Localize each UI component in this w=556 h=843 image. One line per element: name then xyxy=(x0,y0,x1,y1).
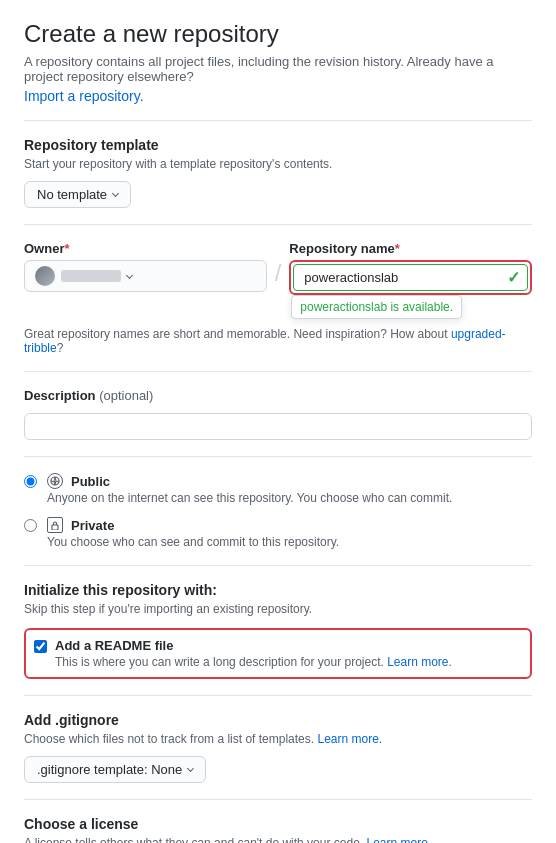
private-radio[interactable] xyxy=(24,519,37,532)
slash-separator: / xyxy=(275,259,282,287)
chevron-down-icon xyxy=(112,190,119,197)
lock-icon xyxy=(47,517,63,533)
public-option: Public Anyone on the internet can see th… xyxy=(24,473,532,505)
public-radio[interactable] xyxy=(24,475,37,488)
private-option: Private You choose who can see and commi… xyxy=(24,517,532,549)
private-desc: You choose who can see and commit to thi… xyxy=(47,535,339,549)
initialize-section: Initialize this repository with: Skip th… xyxy=(24,582,532,679)
initialize-desc: Skip this step if you're importing an ex… xyxy=(24,602,532,616)
page-subtitle: A repository contains all project files,… xyxy=(24,54,532,84)
license-section: Choose a license A license tells others … xyxy=(24,816,532,843)
description-input[interactable] xyxy=(24,413,532,440)
license-learn-more-link[interactable]: Learn more. xyxy=(367,836,432,843)
gitignore-learn-more-link[interactable]: Learn more. xyxy=(317,732,382,746)
globe-icon xyxy=(47,473,63,489)
template-dropdown[interactable]: No template xyxy=(24,181,131,208)
import-link[interactable]: Import a repository. xyxy=(24,88,144,104)
template-section: Repository template Start your repositor… xyxy=(24,137,532,208)
readme-learn-more-link[interactable]: Learn more. xyxy=(387,655,452,669)
repo-name-label: Repository name* xyxy=(289,241,532,256)
readme-desc: This is where you can write a long descr… xyxy=(55,655,452,669)
repo-name-field-group: Repository name* ✓ poweractionslab is av… xyxy=(289,241,532,295)
template-desc: Start your repository with a template re… xyxy=(24,157,532,171)
owner-repo-row: Owner* / Repository name* ✓ poweractions… xyxy=(24,241,532,295)
gitignore-dropdown[interactable]: .gitignore template: None xyxy=(24,756,206,783)
repo-name-required: * xyxy=(395,241,400,256)
template-dropdown-label: No template xyxy=(37,187,107,202)
license-title: Choose a license xyxy=(24,816,532,832)
license-desc: A license tells others what they can and… xyxy=(24,836,532,843)
gitignore-title: Add .gitignore xyxy=(24,712,532,728)
owner-dropdown[interactable] xyxy=(24,260,267,292)
readme-checkbox[interactable] xyxy=(34,640,47,653)
initialize-title: Initialize this repository with: xyxy=(24,582,532,598)
availability-badge: poweractionslab is available. xyxy=(291,295,462,319)
gitignore-chevron-icon xyxy=(187,765,194,772)
description-optional: (optional) xyxy=(99,388,153,403)
owner-field-group: Owner* xyxy=(24,241,267,292)
owner-label: Owner* xyxy=(24,241,267,256)
public-desc: Anyone on the internet can see this repo… xyxy=(47,491,452,505)
repo-name-input-container: ✓ xyxy=(293,264,528,291)
description-section: Description (optional) xyxy=(24,388,532,440)
checkmark-icon: ✓ xyxy=(507,268,520,287)
visibility-section: Public Anyone on the internet can see th… xyxy=(24,473,532,549)
readme-checkbox-item: Add a README file This is where you can … xyxy=(24,628,532,679)
owner-chevron-icon xyxy=(126,271,133,278)
private-label: Private xyxy=(71,518,114,533)
owner-required-star: * xyxy=(64,241,69,256)
gitignore-dropdown-label: .gitignore template: None xyxy=(37,762,182,777)
page-title: Create a new repository xyxy=(24,20,532,48)
repo-name-wrapper: ✓ poweractionslab is available. xyxy=(289,260,532,295)
great-names-text: Great repository names are short and mem… xyxy=(24,327,532,355)
gitignore-desc: Choose which files not to track from a l… xyxy=(24,732,532,746)
template-title: Repository template xyxy=(24,137,532,153)
repo-name-input[interactable] xyxy=(293,264,528,291)
owner-name-blurred xyxy=(61,270,121,282)
avatar xyxy=(35,266,55,286)
svg-rect-1 xyxy=(52,525,58,530)
description-label: Description (optional) xyxy=(24,388,532,403)
public-label: Public xyxy=(71,474,110,489)
gitignore-section: Add .gitignore Choose which files not to… xyxy=(24,712,532,783)
readme-title: Add a README file xyxy=(55,638,452,653)
